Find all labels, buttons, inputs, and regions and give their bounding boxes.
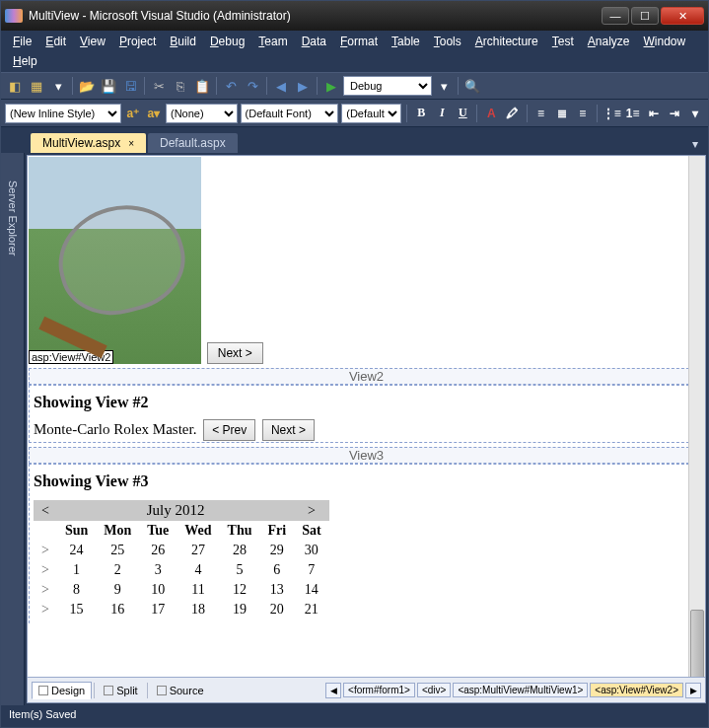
cal-day[interactable]: 29 <box>259 541 294 560</box>
menu-team[interactable]: Team <box>252 33 293 50</box>
style-options-icon[interactable]: a▾ <box>145 104 163 123</box>
cal-day[interactable]: 28 <box>220 541 260 560</box>
menu-test[interactable]: Test <box>546 33 580 50</box>
menu-project[interactable]: Project <box>113 33 162 50</box>
bold-button[interactable]: B <box>412 104 430 123</box>
new-project-icon[interactable]: ◧ <box>5 76 25 96</box>
menu-edit[interactable]: Edit <box>39 33 72 50</box>
close-tab-icon[interactable]: × <box>128 138 134 149</box>
config-combo[interactable]: Debug <box>343 76 432 96</box>
bullet-list-icon[interactable]: ⋮≡ <box>603 104 621 123</box>
nav-fwd-icon[interactable]: ▶ <box>293 76 313 96</box>
open-icon[interactable]: 📂 <box>77 76 97 96</box>
add-item-icon[interactable]: ▦ <box>27 76 46 96</box>
menu-debug[interactable]: Debug <box>204 33 250 50</box>
menu-data[interactable]: Data <box>296 33 332 50</box>
cal-week-selector[interactable]: > <box>34 560 57 580</box>
dropdown-icon[interactable]: ▾ <box>48 76 68 96</box>
maximize-button[interactable]: ☐ <box>631 7 659 25</box>
format-options-icon[interactable]: ▾ <box>686 104 704 123</box>
redo-icon[interactable]: ↷ <box>243 76 262 96</box>
breadcrumb-item[interactable]: <asp:View#View2> <box>590 683 683 697</box>
cal-day[interactable]: 13 <box>259 580 294 600</box>
menu-build[interactable]: Build <box>164 33 202 50</box>
outdent-icon[interactable]: ⇤ <box>645 104 663 123</box>
cal-week-selector[interactable]: > <box>34 580 57 600</box>
vertical-scrollbar[interactable] <box>688 156 705 677</box>
menu-window[interactable]: Window <box>638 33 692 50</box>
doc-tab[interactable]: Default.aspx <box>148 133 238 153</box>
cal-day[interactable]: 7 <box>294 560 328 580</box>
designer-body[interactable]: asp:View#View2 Next > View2 Showing View… <box>28 156 705 677</box>
cal-day[interactable]: 16 <box>96 600 139 619</box>
breadcrumb-item[interactable]: <div> <box>417 683 451 697</box>
align-center-icon[interactable]: ≣ <box>553 104 571 123</box>
start-debug-icon[interactable]: ▶ <box>321 76 341 96</box>
cal-day[interactable]: 30 <box>294 541 328 560</box>
cal-day[interactable]: 26 <box>139 541 177 560</box>
menu-view[interactable]: View <box>74 33 111 50</box>
menu-help[interactable]: Help <box>7 52 43 70</box>
cal-next[interactable]: > <box>294 500 328 521</box>
italic-button[interactable]: I <box>433 104 451 123</box>
cut-icon[interactable]: ✂ <box>149 76 169 96</box>
cal-day[interactable]: 8 <box>57 580 96 600</box>
cal-day[interactable]: 10 <box>139 580 177 600</box>
cal-day[interactable]: 17 <box>139 600 177 619</box>
cal-day[interactable]: 6 <box>259 560 294 580</box>
menu-analyze[interactable]: Analyze <box>582 33 636 50</box>
number-list-icon[interactable]: 1≡ <box>624 104 642 123</box>
style-apply-icon[interactable]: a⁺ <box>124 104 142 123</box>
calendar[interactable]: < July 2012 > SunMonTueWedThuFriSat >242… <box>34 500 329 619</box>
find-icon[interactable]: 🔍 <box>462 76 482 96</box>
size-combo[interactable]: (Default <box>341 104 401 123</box>
minimize-button[interactable]: — <box>602 7 629 25</box>
cal-day[interactable]: 21 <box>294 600 328 619</box>
cal-day[interactable]: 12 <box>220 580 260 600</box>
paste-icon[interactable]: 📋 <box>192 76 212 96</box>
doc-tab[interactable]: MultiView.aspx× <box>31 133 146 153</box>
cal-week-selector[interactable]: > <box>34 541 57 560</box>
close-button[interactable]: ✕ <box>661 7 704 25</box>
indent-icon[interactable]: ⇥ <box>666 104 683 123</box>
cal-day[interactable]: 5 <box>220 560 260 580</box>
cal-day[interactable]: 27 <box>177 541 219 560</box>
font-combo[interactable]: (Default Font) <box>241 104 339 123</box>
tab-overflow-icon[interactable]: ▾ <box>686 135 704 153</box>
rule-combo[interactable]: (None) <box>166 104 238 123</box>
menu-tools[interactable]: Tools <box>428 33 467 50</box>
underline-button[interactable]: U <box>454 104 471 123</box>
view-tab-source[interactable]: Source <box>150 682 211 699</box>
next-button-view2[interactable]: Next > <box>262 419 315 441</box>
next-button-view1[interactable]: Next > <box>207 342 263 364</box>
scrollbar-thumb[interactable] <box>690 610 704 677</box>
cal-day[interactable]: 3 <box>139 560 177 580</box>
forecolor-button[interactable]: A <box>482 104 500 123</box>
cal-week-selector[interactable]: > <box>34 600 57 619</box>
cal-prev[interactable]: < <box>34 500 57 521</box>
cal-day[interactable]: 25 <box>96 541 139 560</box>
menu-table[interactable]: Table <box>386 33 426 50</box>
cal-day[interactable]: 20 <box>259 600 294 619</box>
copy-icon[interactable]: ⎘ <box>171 76 190 96</box>
cal-day[interactable]: 15 <box>57 600 96 619</box>
menu-file[interactable]: File <box>7 33 37 50</box>
style-combo[interactable]: (New Inline Style) <box>5 104 121 123</box>
prev-button[interactable]: < Prev <box>203 419 255 441</box>
server-explorer-tab[interactable]: Server Explorer <box>5 173 21 263</box>
align-right-icon[interactable]: ≡ <box>574 104 592 123</box>
backcolor-button[interactable]: 🖍 <box>503 104 521 123</box>
bc-prev-icon[interactable]: ◀ <box>325 683 341 698</box>
cal-day[interactable]: 18 <box>177 600 219 619</box>
cal-day[interactable]: 9 <box>96 580 139 600</box>
view-tab-design[interactable]: Design <box>32 682 92 699</box>
cal-day[interactable]: 19 <box>220 600 260 619</box>
breadcrumb-item[interactable]: <asp:MultiView#MultiView1> <box>453 683 588 697</box>
bc-next-icon[interactable]: ▶ <box>685 683 701 698</box>
breadcrumb-item[interactable]: <form#form1> <box>343 683 415 697</box>
cal-day[interactable]: 1 <box>57 560 96 580</box>
cal-day[interactable]: 2 <box>96 560 139 580</box>
cal-day[interactable]: 24 <box>57 541 96 560</box>
cal-day[interactable]: 14 <box>294 580 328 600</box>
save-all-icon[interactable]: 🖫 <box>120 76 140 96</box>
